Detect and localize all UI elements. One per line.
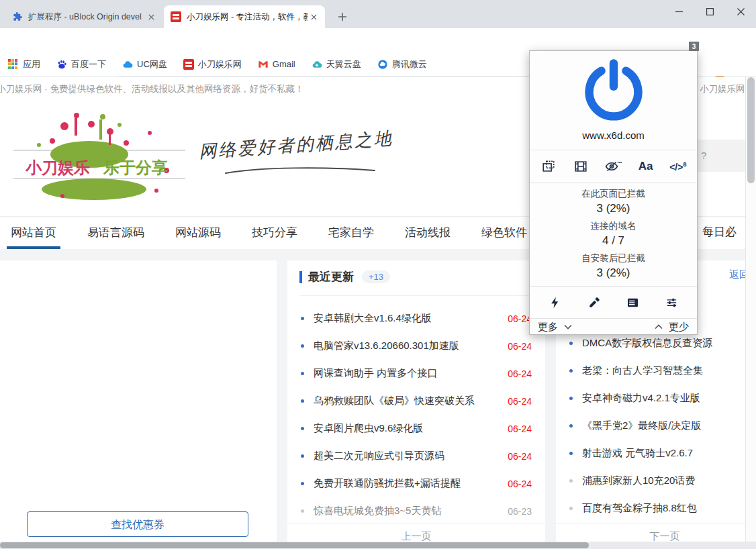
minimize-button[interactable] — [663, 0, 694, 23]
post-list-item[interactable]: 《黑手党2》最终版/决定版 — [556, 412, 756, 440]
site-logo[interactable]: 小刀娱乐 乐于分享 — [12, 106, 190, 201]
bookmark-xiaodao[interactable]: 小刀娱乐网 — [183, 58, 242, 70]
post-title-link[interactable]: 老梁：向古人学习智慧全集 — [582, 364, 756, 377]
less-button[interactable]: 更少 — [669, 321, 689, 334]
post-title-link[interactable]: 射击游戏 元气骑士v2.6.7 — [582, 447, 756, 460]
post-list-item[interactable]: 百度有驾金粽子抽8.8红包 — [556, 495, 756, 522]
right-posts-list: DMCA数字版权信息反查资源老梁：向古人学习智慧全集安卓神奇磁力v4.2.1专业… — [556, 330, 756, 522]
close-icon[interactable] — [145, 11, 157, 23]
horizontal-scrollbar — [0, 542, 756, 549]
more-button[interactable]: 更多 — [538, 321, 558, 334]
divider — [530, 286, 697, 287]
tab-xiaodao[interactable]: 小刀娱乐网 - 专注活动，软件，教 — [164, 5, 325, 28]
post-list-item[interactable]: 电脑管家v13.6.20660.301加速版06-24 — [287, 332, 545, 360]
bookmark-apps[interactable]: 应用 — [8, 58, 40, 70]
nav-item-yiyuyan[interactable]: 易语言源码 — [87, 217, 144, 249]
nav-item-home[interactable]: 网站首页 — [11, 217, 56, 249]
tab-extensions[interactable]: 扩展程序 - uBlock Origin devel — [5, 5, 162, 28]
divider — [530, 150, 697, 150]
post-date: 06-24 — [508, 451, 532, 462]
dashboard-settings-icon[interactable] — [658, 291, 685, 315]
section-title: 最近更新 — [308, 269, 354, 285]
horizontal-scrollbar-thumb[interactable] — [0, 542, 589, 548]
search-placeholder: ? — [701, 140, 706, 172]
bookmark-label: Gmail — [273, 59, 295, 69]
ublock-popup: www.x6d.com — [529, 50, 698, 335]
power-button[interactable] — [530, 56, 697, 121]
post-title-link[interactable]: 百度有驾金粽子抽8.8红包 — [582, 502, 756, 515]
chevron-down-icon[interactable] — [564, 324, 572, 330]
popup-tools — [530, 288, 697, 317]
count-badge: +13 — [362, 270, 390, 283]
bullet-icon — [569, 424, 573, 428]
stat-blocked-since-install: 自安装后已拦截 3 (2%) — [530, 252, 697, 281]
post-title-link[interactable]: 超美二次元响应式引导页源码 — [314, 450, 501, 462]
post-list-item[interactable]: 安卓韩剧大全v1.6.4绿化版06-24 — [287, 305, 545, 332]
header-accent-bar — [299, 271, 302, 283]
recent-updates-header: 最近更新 +13 — [299, 269, 390, 285]
chevron-up-icon[interactable] — [655, 324, 663, 330]
bookmark-uc[interactable]: UC网盘 — [122, 58, 167, 70]
post-list-item[interactable]: 安卓图片爬虫v9.6绿化版06-24 — [287, 415, 545, 442]
logger-icon[interactable] — [619, 291, 646, 315]
post-title-link[interactable]: 安卓神奇磁力v4.2.1专业版 — [582, 392, 756, 405]
recent-updates-card: 最近更新 +13 安卓韩剧大全v1.6.4绿化版06-24电脑管家v13.6.2… — [287, 260, 545, 549]
apps-grid-icon — [8, 59, 19, 70]
nav-item-source[interactable]: 网站源码 — [175, 217, 221, 249]
post-title-link[interactable]: 电脑管家v13.6.20660.301加速版 — [314, 340, 501, 352]
nav-item-activity[interactable]: 活动线报 — [405, 217, 451, 249]
maximize-button[interactable] — [694, 0, 725, 23]
bullet-icon — [301, 372, 304, 375]
divider — [299, 295, 533, 296]
bookmark-gmail[interactable]: Gmail — [258, 59, 295, 70]
post-title-link[interactable]: 安卓韩剧大全v1.6.4绿化版 — [314, 312, 501, 325]
post-title-link[interactable]: 《黑手党2》最终版/决定版 — [582, 419, 756, 432]
find-coupon-button[interactable]: 查找优惠券 — [27, 511, 248, 537]
post-list-item[interactable]: 乌鸦救赎团队《破局》快速突破关系06-24 — [287, 387, 545, 415]
post-title-link[interactable]: DMCA数字版权信息反查资源 — [582, 337, 756, 350]
post-title-link[interactable]: 乌鸦救赎团队《破局》快速突破关系 — [314, 395, 501, 407]
no-cosmetic-filtering-icon[interactable] — [600, 154, 626, 179]
site-favicon — [171, 11, 181, 22]
new-tab-button[interactable] — [334, 8, 351, 26]
element-zapper-icon[interactable] — [542, 291, 569, 315]
post-title-link[interactable]: 网课查询助手 内置多个接口 — [314, 367, 501, 380]
post-list-item[interactable]: 网课查询助手 内置多个接口06-24 — [287, 360, 545, 387]
nav-item-study[interactable]: 宅家自学 — [328, 217, 374, 249]
post-list-item[interactable]: 安卓神奇磁力v4.2.1专业版 — [556, 385, 756, 412]
tab-title: 小刀娱乐网 - 专注活动，软件，教 — [187, 11, 308, 23]
gmail-icon — [258, 59, 269, 70]
nav-item-daily[interactable]: 每日必 — [702, 216, 745, 248]
nav-item-software[interactable]: 绿色软件 — [481, 217, 527, 249]
post-title-link[interactable]: 免费开联通防骚扰拦截+漏话提醒 — [314, 477, 501, 490]
post-list-item[interactable]: 惊喜电玩城免费抽3~5天黄钻06-23 — [287, 497, 545, 525]
post-list-item[interactable]: 射击游戏 元气骑士v2.6.7 — [556, 440, 756, 467]
no-large-media-icon[interactable] — [567, 154, 594, 179]
bookmark-label: 小刀娱乐网 — [198, 58, 242, 70]
close-window-button[interactable] — [725, 0, 756, 23]
post-list-item[interactable]: 浦惠到家新人10充20话费 — [556, 467, 756, 495]
bookmark-label: 天翼云盘 — [326, 58, 361, 70]
post-title-link[interactable]: 安卓图片爬虫v9.6绿化版 — [314, 422, 501, 435]
no-popups-icon[interactable] — [535, 154, 562, 179]
nav-item-skills[interactable]: 技巧分享 — [252, 217, 297, 249]
bookmark-baidu[interactable]: 百度一下 — [56, 58, 106, 70]
vertical-scrollbar-thumb[interactable] — [747, 77, 755, 183]
browser-window: 扩展程序 - uBlock Origin devel 小刀娱乐网 - 专注活动，… — [0, 0, 756, 549]
element-picker-icon[interactable] — [581, 291, 608, 315]
post-title-link[interactable]: 惊喜电玩城免费抽3~5天黄钻 — [314, 505, 501, 517]
tab-strip: 扩展程序 - uBlock Origin devel 小刀娱乐网 - 专注活动，… — [0, 0, 756, 28]
stat-domains-connected: 连接的域名 4 / 7 — [530, 219, 697, 248]
no-remote-fonts-icon[interactable]: Aa — [632, 154, 659, 179]
bookmark-tianyi[interactable]: 天翼云盘 — [312, 58, 361, 70]
no-scripting-icon[interactable]: </>8 — [665, 154, 692, 179]
notice-text: 小刀娱乐网 · 免费提供绿色软件、活动线报以及其他网络资源，好货不私藏！ — [0, 77, 304, 101]
recent-updates-list: 安卓韩剧大全v1.6.4绿化版06-24电脑管家v13.6.20660.301加… — [287, 305, 545, 525]
post-list-item[interactable]: 免费开联通防骚扰拦截+漏话提醒06-24 — [287, 470, 545, 497]
window-controls — [663, 0, 756, 23]
close-icon[interactable] — [308, 11, 320, 23]
post-list-item[interactable]: 老梁：向古人学习智慧全集 — [556, 357, 756, 385]
post-title-link[interactable]: 浦惠到家新人10充20话费 — [582, 475, 756, 487]
post-list-item[interactable]: 超美二次元响应式引导页源码06-24 — [287, 442, 545, 470]
bookmark-weiyun[interactable]: 腾讯微云 — [377, 58, 427, 70]
